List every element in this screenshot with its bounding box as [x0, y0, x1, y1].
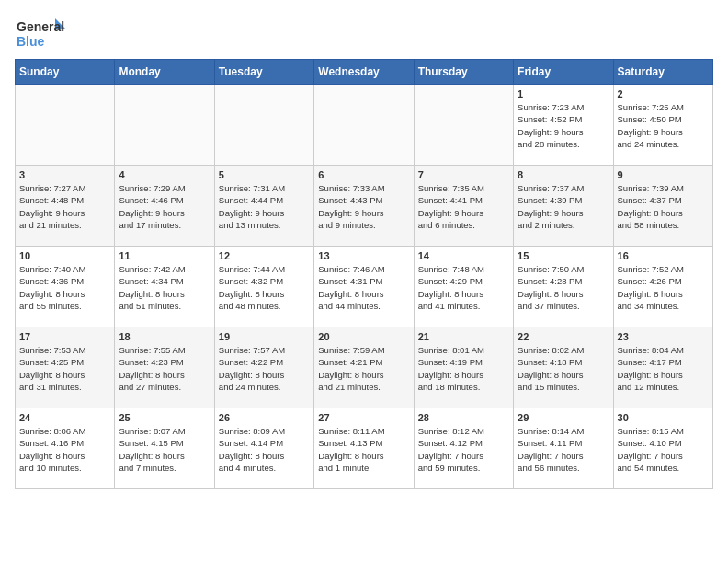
day-info: Sunrise: 7:39 AM Sunset: 4:37 PM Dayligh…: [618, 182, 709, 231]
calendar-cell: 29Sunrise: 8:14 AM Sunset: 4:11 PM Dayli…: [514, 408, 613, 489]
day-info: Sunrise: 7:55 AM Sunset: 4:23 PM Dayligh…: [119, 344, 210, 393]
calendar-cell: 21Sunrise: 8:01 AM Sunset: 4:19 PM Dayli…: [414, 327, 513, 408]
calendar-cell: 27Sunrise: 8:11 AM Sunset: 4:13 PM Dayli…: [314, 408, 414, 489]
weekday-header-sunday: Sunday: [16, 60, 115, 85]
calendar-cell: 26Sunrise: 8:09 AM Sunset: 4:14 PM Dayli…: [214, 408, 313, 489]
logo: GeneralBlue: [15, 15, 70, 52]
calendar-cell: 8Sunrise: 7:37 AM Sunset: 4:39 PM Daylig…: [514, 166, 613, 247]
day-info: Sunrise: 7:35 AM Sunset: 4:41 PM Dayligh…: [418, 182, 509, 231]
calendar-cell: 16Sunrise: 7:52 AM Sunset: 4:26 PM Dayli…: [613, 247, 712, 327]
day-number: 26: [219, 412, 310, 423]
header: GeneralBlue: [15, 15, 713, 52]
day-info: Sunrise: 8:04 AM Sunset: 4:17 PM Dayligh…: [618, 344, 709, 393]
day-number: 10: [19, 250, 110, 261]
day-info: Sunrise: 7:25 AM Sunset: 4:50 PM Dayligh…: [618, 101, 709, 150]
weekday-header-wednesday: Wednesday: [314, 60, 414, 85]
day-number: 11: [119, 250, 210, 261]
calendar-body: 1Sunrise: 7:23 AM Sunset: 4:52 PM Daylig…: [16, 85, 713, 489]
calendar-week-1: 1Sunrise: 7:23 AM Sunset: 4:52 PM Daylig…: [16, 85, 713, 166]
day-info: Sunrise: 8:01 AM Sunset: 4:19 PM Dayligh…: [418, 344, 509, 393]
day-info: Sunrise: 8:02 AM Sunset: 4:18 PM Dayligh…: [518, 344, 609, 393]
day-info: Sunrise: 7:27 AM Sunset: 4:48 PM Dayligh…: [19, 182, 110, 231]
day-info: Sunrise: 7:46 AM Sunset: 4:31 PM Dayligh…: [318, 263, 409, 312]
day-info: Sunrise: 7:40 AM Sunset: 4:36 PM Dayligh…: [19, 263, 110, 312]
day-number: 8: [518, 169, 609, 180]
day-number: 4: [119, 169, 210, 180]
logo-svg: GeneralBlue: [15, 15, 70, 52]
day-info: Sunrise: 8:07 AM Sunset: 4:15 PM Dayligh…: [119, 425, 210, 474]
calendar-cell: 6Sunrise: 7:33 AM Sunset: 4:43 PM Daylig…: [314, 166, 414, 247]
day-info: Sunrise: 8:11 AM Sunset: 4:13 PM Dayligh…: [318, 425, 409, 474]
calendar-cell: 20Sunrise: 7:59 AM Sunset: 4:21 PM Dayli…: [314, 327, 414, 408]
day-info: Sunrise: 7:50 AM Sunset: 4:28 PM Dayligh…: [518, 263, 609, 312]
calendar-cell: 12Sunrise: 7:44 AM Sunset: 4:32 PM Dayli…: [214, 247, 313, 327]
day-info: Sunrise: 8:09 AM Sunset: 4:14 PM Dayligh…: [219, 425, 310, 474]
calendar-cell: 1Sunrise: 7:23 AM Sunset: 4:52 PM Daylig…: [514, 85, 613, 166]
calendar-cell: 13Sunrise: 7:46 AM Sunset: 4:31 PM Dayli…: [314, 247, 414, 327]
day-info: Sunrise: 7:29 AM Sunset: 4:46 PM Dayligh…: [119, 182, 210, 231]
calendar-cell: 14Sunrise: 7:48 AM Sunset: 4:29 PM Dayli…: [414, 247, 513, 327]
calendar-cell: [214, 85, 313, 166]
day-number: 16: [618, 250, 709, 261]
day-number: 5: [219, 169, 310, 180]
day-info: Sunrise: 7:37 AM Sunset: 4:39 PM Dayligh…: [518, 182, 609, 231]
calendar-cell: 18Sunrise: 7:55 AM Sunset: 4:23 PM Dayli…: [115, 327, 214, 408]
calendar-cell: [115, 85, 214, 166]
day-number: 27: [318, 412, 409, 423]
day-info: Sunrise: 8:15 AM Sunset: 4:10 PM Dayligh…: [618, 425, 709, 474]
calendar-cell: [314, 85, 414, 166]
day-info: Sunrise: 8:14 AM Sunset: 4:11 PM Dayligh…: [518, 425, 609, 474]
day-number: 17: [19, 331, 110, 342]
calendar-week-3: 10Sunrise: 7:40 AM Sunset: 4:36 PM Dayli…: [16, 247, 713, 327]
calendar-cell: 11Sunrise: 7:42 AM Sunset: 4:34 PM Dayli…: [115, 247, 214, 327]
calendar-week-5: 24Sunrise: 8:06 AM Sunset: 4:16 PM Dayli…: [16, 408, 713, 489]
calendar-week-4: 17Sunrise: 7:53 AM Sunset: 4:25 PM Dayli…: [16, 327, 713, 408]
day-info: Sunrise: 7:33 AM Sunset: 4:43 PM Dayligh…: [318, 182, 409, 231]
calendar-cell: 24Sunrise: 8:06 AM Sunset: 4:16 PM Dayli…: [16, 408, 115, 489]
calendar-cell: 23Sunrise: 8:04 AM Sunset: 4:17 PM Dayli…: [613, 327, 712, 408]
weekday-header-friday: Friday: [514, 60, 613, 85]
day-info: Sunrise: 7:57 AM Sunset: 4:22 PM Dayligh…: [219, 344, 310, 393]
day-info: Sunrise: 7:23 AM Sunset: 4:52 PM Dayligh…: [518, 101, 609, 150]
day-info: Sunrise: 7:42 AM Sunset: 4:34 PM Dayligh…: [119, 263, 210, 312]
weekday-header-saturday: Saturday: [613, 60, 712, 85]
day-number: 25: [119, 412, 210, 423]
calendar-cell: 17Sunrise: 7:53 AM Sunset: 4:25 PM Dayli…: [16, 327, 115, 408]
calendar-cell: [16, 85, 115, 166]
day-number: 24: [19, 412, 110, 423]
day-number: 2: [618, 88, 709, 99]
calendar-week-2: 3Sunrise: 7:27 AM Sunset: 4:48 PM Daylig…: [16, 166, 713, 247]
weekday-header-row: SundayMondayTuesdayWednesdayThursdayFrid…: [16, 60, 713, 85]
weekday-header-monday: Monday: [115, 60, 214, 85]
svg-text:Blue: Blue: [17, 34, 45, 49]
day-info: Sunrise: 8:12 AM Sunset: 4:12 PM Dayligh…: [418, 425, 509, 474]
weekday-header-thursday: Thursday: [414, 60, 513, 85]
day-number: 18: [119, 331, 210, 342]
day-info: Sunrise: 7:53 AM Sunset: 4:25 PM Dayligh…: [19, 344, 110, 393]
weekday-header-tuesday: Tuesday: [214, 60, 313, 85]
day-number: 30: [618, 412, 709, 423]
calendar-cell: 28Sunrise: 8:12 AM Sunset: 4:12 PM Dayli…: [414, 408, 513, 489]
day-info: Sunrise: 7:31 AM Sunset: 4:44 PM Dayligh…: [219, 182, 310, 231]
calendar-cell: 3Sunrise: 7:27 AM Sunset: 4:48 PM Daylig…: [16, 166, 115, 247]
day-info: Sunrise: 7:48 AM Sunset: 4:29 PM Dayligh…: [418, 263, 509, 312]
day-info: Sunrise: 8:06 AM Sunset: 4:16 PM Dayligh…: [19, 425, 110, 474]
day-number: 15: [518, 250, 609, 261]
calendar-cell: 5Sunrise: 7:31 AM Sunset: 4:44 PM Daylig…: [214, 166, 313, 247]
day-number: 28: [418, 412, 509, 423]
day-info: Sunrise: 7:59 AM Sunset: 4:21 PM Dayligh…: [318, 344, 409, 393]
day-number: 1: [518, 88, 609, 99]
svg-text:General: General: [17, 19, 64, 34]
calendar-cell: 4Sunrise: 7:29 AM Sunset: 4:46 PM Daylig…: [115, 166, 214, 247]
day-number: 6: [318, 169, 409, 180]
day-info: Sunrise: 7:44 AM Sunset: 4:32 PM Dayligh…: [219, 263, 310, 312]
calendar-cell: [414, 85, 513, 166]
day-number: 29: [518, 412, 609, 423]
calendar-cell: 10Sunrise: 7:40 AM Sunset: 4:36 PM Dayli…: [16, 247, 115, 327]
day-number: 23: [618, 331, 709, 342]
calendar-cell: 22Sunrise: 8:02 AM Sunset: 4:18 PM Dayli…: [514, 327, 613, 408]
day-number: 3: [19, 169, 110, 180]
calendar-cell: 2Sunrise: 7:25 AM Sunset: 4:50 PM Daylig…: [613, 85, 712, 166]
day-number: 19: [219, 331, 310, 342]
day-number: 13: [318, 250, 409, 261]
